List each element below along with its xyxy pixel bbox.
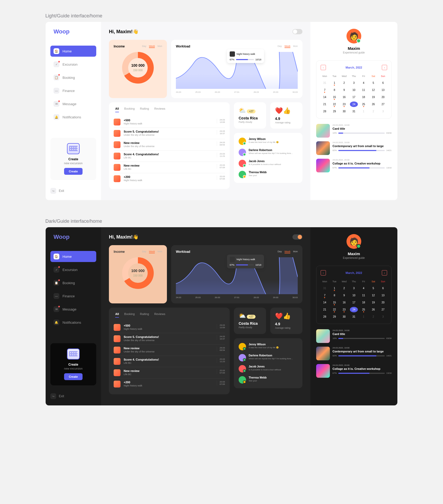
calendar-day[interactable]: 26 [369,307,377,312]
calendar-day[interactable]: 24 [350,101,358,107]
calendar-next[interactable]: › [382,270,387,275]
calendar-day[interactable]: 19 [369,94,377,100]
feed-tab[interactable]: All [115,312,119,318]
calendar-day[interactable]: 8 [330,293,339,298]
calendar-day[interactable]: 31 [321,80,329,86]
calendar-day[interactable]: 14 [321,94,329,100]
workload-tab[interactable]: Week [285,250,291,253]
workload-tab[interactable]: Day [278,250,282,253]
feed-item[interactable]: New reviewLife BC22.0307:09 [114,162,225,173]
calendar-next[interactable]: › [382,65,387,70]
calendar-day[interactable]: 9 [340,87,348,93]
calendar-day[interactable]: 26 [369,101,377,107]
message-item[interactable]: Theresa WebbSee you! [239,376,298,384]
calendar-day[interactable]: 3 [379,314,387,319]
feed-item[interactable]: +500Night history walk24.0312:09 [114,322,225,333]
calendar-day[interactable]: 10 [350,87,358,93]
calendar-day[interactable]: 24 [350,307,358,312]
calendar-day[interactable]: 27 [379,307,387,312]
feed-item[interactable]: New reviewUnder the sky of the universe2… [114,139,225,151]
event-item[interactable]: 24.03.2022, 18:00Card title10%03/30 [316,329,392,343]
feed-tab[interactable]: Booking [124,107,135,112]
calendar-day[interactable]: 1 [359,314,368,319]
calendar-day[interactable]: 6 [379,285,387,291]
calendar-day[interactable]: 11 [359,293,368,298]
income-tab[interactable]: Week [149,45,155,48]
calendar-day[interactable]: 1 [359,109,368,114]
calendar-day[interactable]: 23 [340,101,348,107]
calendar-day[interactable]: 5 [369,80,377,86]
income-tab[interactable]: Mon [157,250,162,253]
calendar-day[interactable]: 20 [379,300,387,305]
calendar-prev[interactable]: ‹ [321,65,326,70]
calendar-day[interactable]: 15 [330,94,339,100]
calendar-day[interactable]: 4 [359,285,368,291]
income-tab[interactable]: Day [142,250,146,253]
calendar-day[interactable]: 11 [359,87,368,93]
feed-item[interactable]: Score 4. Congratulations!Life BC22.0311:… [114,151,225,162]
calendar-day[interactable]: 5 [369,285,377,291]
calendar-day[interactable]: 30 [340,314,348,319]
nav-finance[interactable]: —Finance [50,290,96,302]
event-item[interactable]: 24.03.2022, 18:00Contemporary art from s… [316,347,392,360]
income-tab[interactable]: Week [149,250,155,253]
calendar-day[interactable]: 30 [340,109,348,114]
nav-notifications[interactable]: 🔔Notifications [50,317,96,328]
workload-tab[interactable]: Mon [293,45,298,48]
calendar-day[interactable]: 28 [321,314,329,319]
calendar-day[interactable]: 3 [350,80,358,86]
calendar-day[interactable]: 21 [321,307,329,312]
feed-tab[interactable]: Booking [124,312,135,318]
calendar-day[interactable]: 31 [321,285,329,291]
event-item[interactable]: 24.03.2022, 18:00Card title10%03/30 [316,124,392,138]
calendar-day[interactable]: 23 [340,307,348,312]
calendar-day[interactable]: 15 [330,300,339,305]
calendar-day[interactable]: 7 [321,293,329,298]
message-item[interactable]: Theresa WebbSee you! [239,171,298,178]
event-item[interactable]: 24.03.2022, 20:00Collage as it is. Creat… [316,159,392,172]
calendar-day[interactable]: 8 [330,87,339,93]
calendar-day[interactable]: 2 [369,109,377,114]
workload-tab[interactable]: Day [278,45,282,48]
profile-avatar[interactable]: 🧑 [346,234,361,249]
calendar-day[interactable]: 1 [330,80,339,86]
calendar-day[interactable]: 17 [350,94,358,100]
feed-item[interactable]: +200Night history walk22.0307:09 [114,173,225,184]
theme-toggle[interactable] [292,29,302,34]
calendar-day[interactable]: 25 [359,101,368,107]
calendar-day[interactable]: 25 [359,307,368,312]
calendar-day[interactable]: 19 [369,300,377,305]
calendar-day[interactable]: 22 [330,307,339,312]
exit-link[interactable]: ↪Exit [50,188,96,194]
calendar-day[interactable]: 10 [350,293,358,298]
calendar-day[interactable]: 1 [330,285,339,291]
feed-tab[interactable]: Raiting [140,312,149,318]
event-item[interactable]: 24.03.2022, 18:00Contemporary art from s… [316,141,392,155]
create-button[interactable]: Create [64,168,83,175]
calendar-day[interactable]: 16 [340,94,348,100]
workload-tab[interactable]: Week [285,45,291,48]
calendar-day[interactable]: 3 [379,109,387,114]
calendar-day[interactable]: 17 [350,300,358,305]
calendar-day[interactable]: 12 [369,87,377,93]
nav-message[interactable]: ✉Message [50,304,96,315]
calendar-day[interactable]: 4 [359,80,368,86]
feed-tab[interactable]: Reviews [154,312,165,318]
message-item[interactable]: Jacob JonesIs it possible to book a tour… [239,160,298,167]
income-tab[interactable]: Day [142,45,146,48]
calendar-day[interactable]: 12 [369,293,377,298]
calendar-day[interactable]: 29 [330,314,339,319]
calendar-day[interactable]: 18 [359,300,368,305]
message-item[interactable]: Darlene RobertsonWhen will we repeat the… [239,354,298,361]
calendar-day[interactable]: 2 [369,314,377,319]
profile-avatar[interactable]: 🧑 [346,29,361,43]
calendar-day[interactable]: 13 [379,87,387,93]
message-item[interactable]: Darlene RobertsonWhen will we repeat the… [239,149,298,156]
calendar-day[interactable]: 13 [379,293,387,298]
event-item[interactable]: 24.03.2022, 20:00Collage as it is. Creat… [316,364,392,378]
calendar-day[interactable]: 21 [321,101,329,107]
exit-link[interactable]: ↪Exit [50,393,96,399]
nav-finance[interactable]: —Finance [50,85,96,96]
calendar-day[interactable]: 28 [321,109,329,114]
feed-item[interactable]: Score 5. Congratulations!Under the sky o… [114,333,225,345]
